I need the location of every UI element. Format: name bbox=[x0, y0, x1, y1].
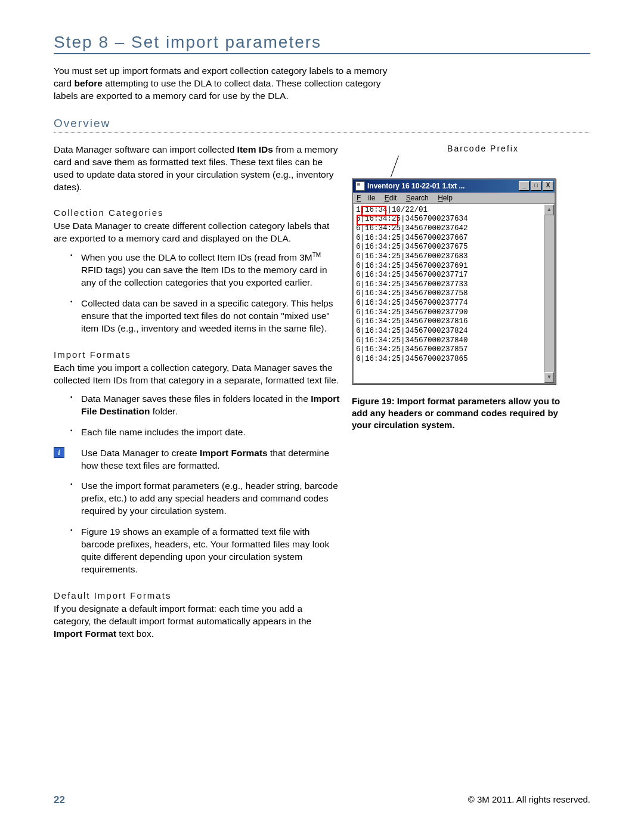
dif-a: If you designate a default import format… bbox=[54, 603, 311, 626]
intro-bold: before bbox=[74, 78, 102, 88]
if-bullet-3: i Use Data Manager to create Import Form… bbox=[70, 447, 340, 472]
page-footer: 22 © 3M 2011. All rights reserved. bbox=[54, 794, 590, 806]
minimize-button[interactable]: _ bbox=[519, 181, 530, 191]
left-column: Data Manager software can import collect… bbox=[54, 144, 340, 650]
window-titlebar: Inventory 16 10-22-01 1.txt ... _ □ X bbox=[353, 179, 555, 193]
if-bullet-4: Use the import format parameters (e.g., … bbox=[70, 480, 340, 518]
overview-text-a: Data Manager software can import collect… bbox=[54, 144, 237, 154]
tm-mark: TM bbox=[312, 252, 321, 258]
overview-paragraph: Data Manager software can import collect… bbox=[54, 144, 340, 194]
right-column: Barcode Prefix Inventory 16 10-22-01 1.t… bbox=[352, 144, 578, 650]
collection-categories-heading: Collection Categories bbox=[54, 208, 340, 218]
figure-caption: Figure 19: Import format parameters allo… bbox=[352, 395, 578, 432]
if-bullet-2: Each file name includes the import date. bbox=[70, 426, 340, 439]
intro-text-b: attempting to use the DLA to collect dat… bbox=[54, 78, 381, 101]
overview-bold: Item IDs bbox=[237, 144, 273, 154]
if-bullet-list: Data Manager saves these files in folder… bbox=[54, 393, 340, 576]
menu-search[interactable]: Search bbox=[406, 194, 429, 202]
info-icon: i bbox=[54, 447, 64, 458]
if-b1-c: folder. bbox=[150, 406, 178, 416]
if-bullet-1: Data Manager saves these files in folder… bbox=[70, 393, 340, 418]
if-b1-a: Data Manager saves these files in folder… bbox=[81, 394, 311, 404]
scroll-down-icon[interactable]: ▼ bbox=[544, 372, 554, 383]
menu-file[interactable]: File bbox=[357, 194, 375, 202]
scroll-up-icon[interactable]: ▲ bbox=[544, 205, 554, 215]
close-button[interactable]: X bbox=[543, 181, 553, 191]
dif-bold: Import Format bbox=[54, 628, 116, 639]
cc-b1-a: When you use the DLA to collect Item IDs… bbox=[81, 252, 312, 262]
cc-bullet-list: When you use the DLA to collect Item IDs… bbox=[54, 251, 340, 335]
copyright-text: © 3M 2011. All rights reserved. bbox=[468, 794, 590, 806]
dif-paragraph: If you designate a default import format… bbox=[54, 603, 340, 640]
if-b3-a: Use Data Manager to create bbox=[81, 448, 200, 458]
notepad-window: Inventory 16 10-22-01 1.txt ... _ □ X Fi… bbox=[352, 178, 556, 385]
scrollbar[interactable]: ▲ ▼ bbox=[544, 205, 554, 383]
maximize-button[interactable]: □ bbox=[531, 181, 541, 191]
import-formats-heading: Import Formats bbox=[54, 349, 340, 360]
menu-edit[interactable]: Edit bbox=[385, 194, 397, 202]
if-paragraph: Each time you import a collection catego… bbox=[54, 362, 340, 387]
cc-b1-b: RFID tags) you can save the Item IDs to … bbox=[81, 265, 327, 287]
overview-heading: Overview bbox=[54, 117, 590, 133]
page-title: Step 8 – Set import parameters bbox=[54, 33, 590, 54]
cc-paragraph: Use Data Manager to create different col… bbox=[54, 220, 340, 245]
cc-bullet-1: When you use the DLA to collect Item IDs… bbox=[70, 251, 340, 289]
window-title: Inventory 16 10-22-01 1.txt ... bbox=[367, 182, 519, 190]
if-b3-bold: Import Formats bbox=[200, 448, 268, 458]
barcode-prefix-label: Barcode Prefix bbox=[388, 144, 578, 153]
text-content: 1|16:34|10/22/01 6|16:34:25|345670002376… bbox=[354, 205, 544, 383]
if-bullet-5: Figure 19 shows an example of a formatte… bbox=[70, 526, 340, 576]
cc-bullet-2: Collected data can be saved in a specifi… bbox=[70, 298, 340, 335]
page-number: 22 bbox=[54, 794, 65, 806]
pointer-line bbox=[391, 156, 399, 177]
dif-c: text box. bbox=[116, 628, 154, 639]
default-import-formats-heading: Default Import Formats bbox=[54, 590, 340, 600]
window-menubar: File Edit Search Help bbox=[353, 193, 555, 204]
document-icon bbox=[355, 181, 365, 191]
intro-paragraph: You must set up import formats and expor… bbox=[54, 65, 388, 103]
menu-help[interactable]: Help bbox=[438, 194, 453, 202]
